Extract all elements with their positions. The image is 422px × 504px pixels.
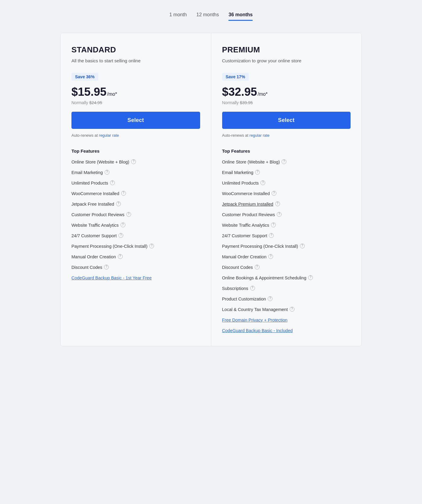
- list-item: Online Store (Website + Blog) ?: [71, 159, 200, 165]
- plan-standard-select-button[interactable]: Select: [71, 112, 200, 129]
- info-icon[interactable]: ?: [271, 222, 276, 227]
- plan-premium-title: PREMIUM: [222, 45, 351, 54]
- plan-standard-price-row: $15.95 /mo*: [71, 86, 200, 98]
- plan-standard-regular-rate-link[interactable]: regular rate: [99, 133, 119, 138]
- plan-standard-normal-price: Normally $24.95: [71, 100, 200, 105]
- list-item: Customer Product Reviews ?: [222, 212, 351, 218]
- plan-premium-price-row: $32.95 /mo*: [222, 86, 351, 98]
- plans-container: STANDARD All the basics to start selling…: [60, 33, 362, 346]
- info-icon[interactable]: ?: [282, 159, 286, 164]
- plan-standard-period: /mo*: [107, 92, 117, 97]
- info-icon[interactable]: ?: [116, 201, 121, 206]
- list-item: Online Bookings & Appointment Scheduling…: [222, 275, 351, 281]
- plan-premium: PREMIUM Customization to grow your onlin…: [211, 33, 362, 346]
- info-icon[interactable]: ?: [118, 233, 123, 238]
- plan-standard-subtitle: All the basics to start selling online: [71, 58, 200, 64]
- info-icon[interactable]: ?: [105, 170, 109, 175]
- list-item: Website Traffic Analytics ?: [71, 222, 200, 229]
- list-item: Product Customization ?: [222, 296, 351, 302]
- tab-12months[interactable]: 12 months: [197, 12, 219, 21]
- list-item: Unlimited Products ?: [222, 180, 351, 186]
- list-item: Email Marketing ?: [222, 170, 351, 176]
- list-item: WooCommerce Installed ?: [71, 191, 200, 197]
- plan-standard-feature-list: Online Store (Website + Blog) ? Email Ma…: [71, 159, 200, 281]
- info-icon[interactable]: ?: [260, 180, 265, 185]
- list-item: Manual Order Creation ?: [71, 254, 200, 260]
- list-item: Manual Order Creation ?: [222, 254, 351, 260]
- list-item: Payment Processing (One-Click Install) ?: [71, 243, 200, 250]
- info-icon[interactable]: ?: [268, 254, 273, 259]
- info-icon[interactable]: ?: [275, 201, 280, 206]
- list-item: Customer Product Reviews ?: [71, 212, 200, 218]
- info-icon[interactable]: ?: [118, 254, 123, 259]
- info-icon[interactable]: ?: [308, 275, 313, 280]
- info-icon[interactable]: ?: [255, 170, 260, 175]
- plan-standard-features-label: Top Features: [71, 148, 200, 154]
- plan-premium-subtitle: Customization to grow your online store: [222, 58, 351, 64]
- list-item: Local & Country Tax Management ?: [222, 306, 351, 313]
- info-icon[interactable]: ?: [126, 212, 131, 217]
- list-item: 24/7 Customer Support ?: [71, 233, 200, 239]
- list-item[interactable]: CodeGuard Backup Basic - Included: [222, 328, 351, 334]
- plan-standard-price: $15.95: [71, 86, 106, 98]
- list-item: Jetpack Premium Installed ?: [222, 201, 351, 207]
- info-icon[interactable]: ?: [121, 222, 125, 227]
- list-item[interactable]: CodeGuard Backup Basic - 1st Year Free: [71, 275, 200, 281]
- plan-premium-normal-price: Normally $39.95: [222, 100, 351, 105]
- list-item: Discount Codes ?: [222, 264, 351, 271]
- plan-premium-auto-renews: Auto-renews at regular rate: [222, 133, 351, 138]
- info-icon[interactable]: ?: [300, 244, 305, 248]
- info-icon[interactable]: ?: [149, 244, 154, 248]
- list-item: Subscriptions ?: [222, 285, 351, 292]
- list-item: Unlimited Products ?: [71, 180, 200, 186]
- plan-standard-auto-renews: Auto-renews at regular rate: [71, 133, 200, 138]
- plan-premium-regular-rate-link[interactable]: regular rate: [250, 133, 269, 138]
- plan-standard: STANDARD All the basics to start selling…: [61, 33, 211, 346]
- plan-premium-save-badge: Save 17%: [222, 73, 249, 81]
- plan-premium-feature-list: Online Store (Website + Blog) ? Email Ma…: [222, 159, 351, 334]
- list-item: Payment Processing (One-Click Install) ?: [222, 243, 351, 250]
- info-icon[interactable]: ?: [268, 296, 272, 301]
- plan-premium-price: $32.95: [222, 86, 257, 98]
- info-icon[interactable]: ?: [250, 286, 255, 291]
- duration-tabs: 1 month 12 months 36 months: [60, 12, 362, 21]
- plan-standard-save-badge: Save 36%: [71, 73, 98, 81]
- list-item: Online Store (Website + Blog) ?: [222, 159, 351, 165]
- list-item: WooCommerce Installed ?: [222, 191, 351, 197]
- tab-36months[interactable]: 36 months: [228, 12, 253, 21]
- info-icon[interactable]: ?: [277, 212, 282, 217]
- list-item: Jetpack Free Installed ?: [71, 201, 200, 207]
- plan-premium-features-label: Top Features: [222, 148, 351, 154]
- info-icon[interactable]: ?: [121, 191, 126, 196]
- plan-standard-title: STANDARD: [71, 45, 200, 54]
- plan-premium-select-button[interactable]: Select: [222, 112, 351, 129]
- info-icon[interactable]: ?: [104, 265, 109, 269]
- list-item[interactable]: Free Domain Privacy + Protection: [222, 317, 351, 323]
- info-icon[interactable]: ?: [272, 191, 276, 196]
- page-wrapper: 1 month 12 months 36 months STANDARD All…: [0, 0, 422, 364]
- info-icon[interactable]: ?: [269, 233, 274, 238]
- list-item: 24/7 Customer Support ?: [222, 233, 351, 239]
- tab-1month[interactable]: 1 month: [169, 12, 187, 21]
- info-icon[interactable]: ?: [255, 265, 260, 269]
- list-item: Website Traffic Analytics ?: [222, 222, 351, 229]
- info-icon[interactable]: ?: [110, 180, 115, 185]
- info-icon[interactable]: ?: [131, 159, 136, 164]
- info-icon[interactable]: ?: [290, 307, 294, 312]
- list-item: Email Marketing ?: [71, 170, 200, 176]
- plan-premium-period: /mo*: [258, 92, 268, 97]
- list-item: Discount Codes ?: [71, 264, 200, 271]
